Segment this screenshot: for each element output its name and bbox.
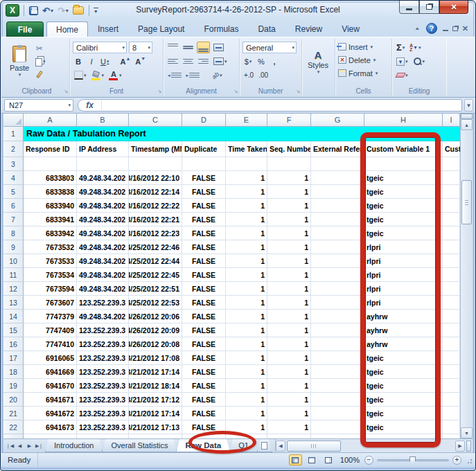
insert-worksheet-tab[interactable]	[257, 439, 272, 452]
cell-A17[interactable]: 6916065	[24, 351, 77, 365]
cell-G5[interactable]	[311, 185, 364, 199]
row-header-10[interactable]: 10	[3, 254, 24, 268]
cell-C17[interactable]: 3/21/2012 17:08	[129, 351, 182, 365]
delete-cells-button[interactable]: Delete▾	[338, 53, 389, 66]
page-break-view-button[interactable]	[322, 454, 335, 465]
cell-A5[interactable]: 6833838	[24, 185, 77, 199]
cell-A14[interactable]: 7747379	[24, 310, 77, 323]
column-header-C[interactable]: C	[129, 114, 182, 127]
cell-G21[interactable]	[311, 407, 364, 420]
report-title-cell[interactable]: Raw Data / Tabulation Report	[24, 127, 460, 141]
close-button[interactable]: ✕	[439, 1, 468, 14]
sort-filter-button[interactable]: AZ▼▾	[408, 42, 422, 53]
row-header-12[interactable]: 12	[3, 282, 24, 296]
sheet-tab-q1[interactable]: Q1	[229, 439, 258, 452]
cell-F18[interactable]: 1	[267, 365, 311, 379]
cell-C21[interactable]: 3/21/2012 17:14	[129, 407, 182, 420]
minimize-ribbon-icon[interactable]: ▲	[414, 26, 421, 31]
column-header-B[interactable]: B	[77, 114, 129, 127]
minimize-button[interactable]	[399, 1, 419, 14]
cell-D5[interactable]: FALSE	[182, 185, 226, 199]
cell-D4[interactable]: FALSE	[182, 171, 226, 185]
cell-F7[interactable]: 1	[267, 213, 311, 226]
cell-F21[interactable]: 1	[267, 407, 311, 420]
cell-I10[interactable]	[443, 254, 460, 268]
font-name-combo[interactable]: Calibri▾	[73, 42, 127, 53]
cell-D13[interactable]: FALSE	[182, 296, 226, 310]
cell-I3[interactable]	[443, 157, 460, 171]
cell-B16[interactable]: 123.252.239.3	[77, 337, 129, 351]
cell-B21[interactable]: 123.252.239.3	[77, 407, 129, 420]
horizontal-scrollbar[interactable]: ◀ ▶	[275, 439, 473, 452]
column-header-E[interactable]: E	[226, 114, 267, 127]
cell-G19[interactable]	[311, 379, 364, 393]
cell-D15[interactable]: FALSE	[182, 323, 226, 337]
horizontal-scroll-thumb[interactable]	[287, 441, 341, 452]
cell-A9[interactable]: 7673532	[24, 240, 77, 254]
cell-H10[interactable]: rlpri	[364, 254, 443, 268]
cell-I19[interactable]	[443, 379, 460, 393]
row-header-8[interactable]: 8	[3, 226, 24, 240]
cell-A3[interactable]	[24, 157, 77, 171]
header-cell-H2[interactable]: Custom Variable 1	[364, 141, 443, 157]
tab-view[interactable]: View	[332, 21, 369, 37]
cell-F3[interactable]	[267, 157, 311, 171]
cell-A6[interactable]: 6833940	[24, 199, 77, 213]
row-header-15[interactable]: 15	[3, 323, 24, 337]
cell-F16[interactable]: 1	[267, 337, 311, 351]
cell-I17[interactable]	[443, 351, 460, 365]
cell-C10[interactable]: 4/25/2012 22:44	[129, 254, 182, 268]
cell-H15[interactable]: ayhrw	[364, 323, 443, 337]
cell-H14[interactable]: ayhrw	[364, 310, 443, 323]
tab-split-handle[interactable]	[466, 441, 471, 452]
cell-G8[interactable]	[311, 226, 364, 240]
normal-view-button[interactable]	[289, 454, 302, 465]
header-cell-G2[interactable]: External Referre	[311, 141, 364, 157]
save-button[interactable]	[28, 4, 39, 17]
row-header-16[interactable]: 16	[3, 337, 24, 351]
font-color-button[interactable]: A▾	[107, 69, 123, 81]
cell-H19[interactable]: tgeic	[364, 379, 443, 393]
next-sheet-button[interactable]: ▶	[25, 441, 34, 451]
number-dialog-launcher[interactable]: ↘	[296, 89, 300, 94]
align-bottom-button[interactable]	[197, 42, 210, 53]
cell-B4[interactable]: 49.248.34.202	[77, 171, 129, 185]
cell-C4[interactable]: 3/16/2012 22:10	[129, 171, 182, 185]
row-header-20[interactable]: 20	[3, 393, 24, 407]
cell-C15[interactable]: 4/26/2012 20:09	[129, 323, 182, 337]
align-right-button[interactable]	[197, 55, 210, 67]
cell-I9[interactable]	[443, 240, 460, 254]
last-sheet-button[interactable]: ▶❘	[35, 441, 44, 451]
header-cell-I2[interactable]: Custom V	[443, 141, 460, 157]
copy-button[interactable]: ▾	[32, 55, 47, 67]
cell-E20[interactable]: 1	[226, 393, 267, 407]
cell-I8[interactable]	[443, 226, 460, 240]
row-header-19[interactable]: 19	[3, 379, 24, 393]
cell-C14[interactable]: 4/26/2012 20:06	[129, 310, 182, 323]
cell-F5[interactable]: 1	[267, 185, 311, 199]
cell-H16[interactable]: ayhrw	[364, 337, 443, 351]
sheet-tab-raw-data[interactable]: Raw Data	[176, 439, 230, 452]
cell-E5[interactable]: 1	[226, 185, 267, 199]
format-painter-button[interactable]	[32, 69, 47, 80]
cell-D22[interactable]: FALSE	[182, 420, 226, 434]
cell-A22[interactable]: 6941673	[24, 420, 77, 434]
column-header-I[interactable]: I	[443, 114, 460, 127]
cell-G9[interactable]	[311, 240, 364, 254]
cell-G12[interactable]	[311, 282, 364, 296]
row-header-22[interactable]: 22	[3, 420, 24, 434]
styles-button[interactable]: A Styles ▾	[305, 40, 331, 83]
column-header-A[interactable]: A	[24, 114, 77, 127]
cell-B12[interactable]: 49.248.34.202	[77, 282, 129, 296]
cell-H11[interactable]: rlpri	[364, 268, 443, 282]
cell-E13[interactable]: 1	[226, 296, 267, 310]
tab-file[interactable]: File	[6, 21, 44, 37]
cell-D16[interactable]: FALSE	[182, 337, 226, 351]
cell-F22[interactable]: 1	[267, 420, 311, 434]
cell-F10[interactable]: 1	[267, 254, 311, 268]
cell-H22[interactable]: tgeic	[364, 420, 443, 434]
fill-button[interactable]: ▼▾	[395, 55, 409, 67]
cell-I13[interactable]	[443, 296, 460, 310]
cell-H3[interactable]	[364, 157, 443, 171]
vertical-scrollbar[interactable]: ▲ ▼	[460, 114, 473, 438]
